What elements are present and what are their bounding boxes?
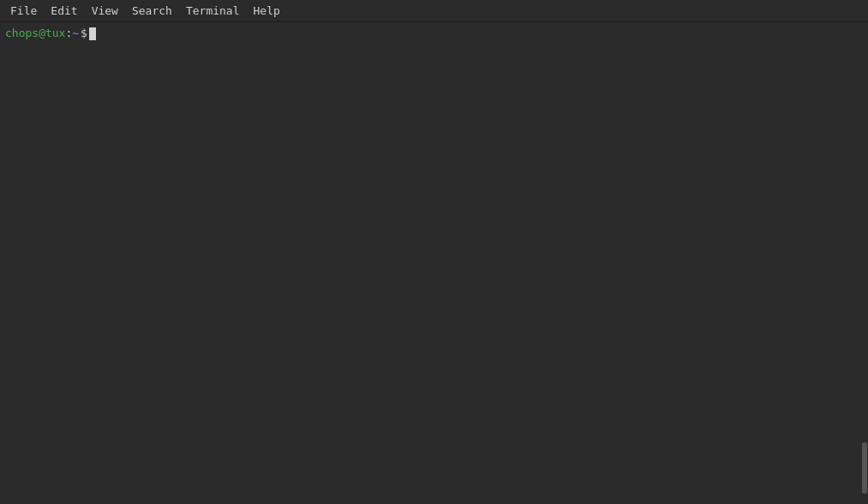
terminal-body[interactable]: chops@tux : ~ $	[0, 22, 868, 504]
menu-terminal[interactable]: Terminal	[179, 0, 247, 21]
prompt-separator: :	[65, 26, 72, 41]
prompt-line: chops@tux : ~ $	[5, 26, 863, 41]
menu-view[interactable]: View	[85, 0, 125, 21]
menu-help[interactable]: Help	[247, 0, 287, 21]
menubar: File Edit View Search Terminal Help	[0, 0, 868, 22]
scrollbar-thumb[interactable]	[862, 442, 867, 494]
terminal-cursor	[89, 27, 96, 40]
prompt-dollar: $	[81, 26, 87, 41]
prompt-path: ~	[72, 26, 79, 41]
menu-file[interactable]: File	[3, 0, 44, 21]
menu-search[interactable]: Search	[125, 0, 179, 21]
menu-edit[interactable]: Edit	[44, 0, 84, 21]
prompt-user-host: chops@tux	[5, 26, 65, 41]
scrollbar[interactable]	[861, 22, 868, 504]
